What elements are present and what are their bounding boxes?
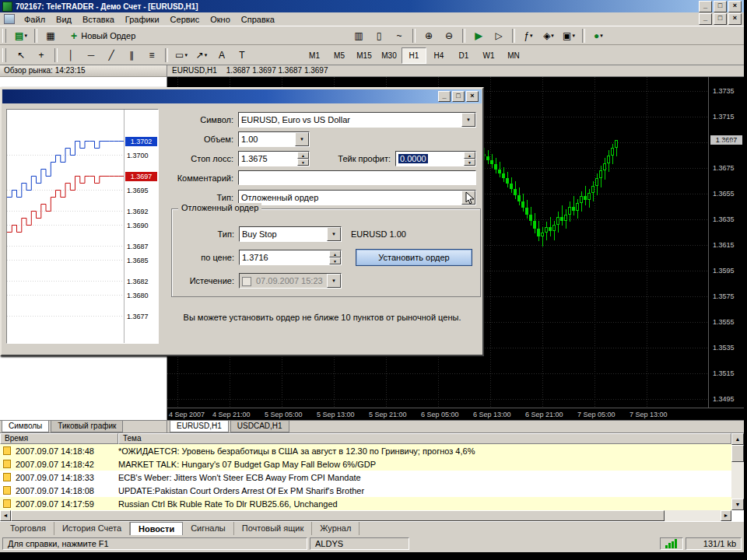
title-bar[interactable]: 702167: TeleTRADER - Демо Счет - [EURUSD… <box>0 0 744 12</box>
dropdown-arrow-icon[interactable]: ▾ <box>24 33 27 39</box>
scroll-left-icon[interactable]: ◄ <box>0 510 11 521</box>
scrollbar-thumb[interactable] <box>11 510 665 521</box>
expert-advisors-icon[interactable]: ●▾ <box>589 27 608 44</box>
price-axis[interactable]: 1.3697 1.37351.37151.36951.36751.36551.3… <box>708 77 744 408</box>
horizontal-scrollbar[interactable]: ◄ ► <box>0 510 731 521</box>
timeframe-d1[interactable]: D1 <box>451 47 476 64</box>
child-restore-button[interactable]: □ <box>714 13 727 25</box>
shapes-icon[interactable]: ▭▾ <box>172 47 191 64</box>
column-header-topic[interactable]: Тема <box>118 433 731 444</box>
menu-item-1[interactable]: Вид <box>51 13 77 26</box>
dropdown-arrow-icon[interactable]: ▼ <box>327 227 341 241</box>
dropdown-arrow-icon[interactable]: ▼ <box>461 113 475 127</box>
symbol-select[interactable]: EURUSD, Euro vs US Dollar ▼ <box>238 112 476 128</box>
spin-up-icon[interactable]: ▲ <box>464 152 475 159</box>
cursor-icon[interactable]: ↖ <box>12 47 30 64</box>
crosshair-icon[interactable]: + <box>32 47 51 64</box>
new-chart-icon[interactable]: ▤▾ <box>12 27 30 44</box>
market-watch-header[interactable]: Обзор рынка: 14:23:15 <box>0 65 167 77</box>
to olbar-grip[interactable] <box>2 29 6 43</box>
terminal-tab-3[interactable]: Сигналы <box>183 522 234 536</box>
timeframe-m30[interactable]: M30 <box>377 47 402 64</box>
menu-item-5[interactable]: Окно <box>205 13 236 26</box>
terminal-tab-2[interactable]: Новости <box>130 522 183 536</box>
timeframe-m1[interactable]: M1 <box>302 47 327 64</box>
market-watch-tab-1[interactable]: Тиковый график <box>51 421 123 432</box>
text-icon[interactable]: A <box>212 47 231 64</box>
spin-up-icon[interactable]: ▲ <box>329 250 341 257</box>
order-type-select[interactable]: Отложенный ордер ▼ <box>238 190 476 205</box>
dialog-title-bar[interactable]: _ □ × <box>2 89 482 103</box>
comment-input[interactable] <box>238 170 476 185</box>
dialog-minimize-button[interactable]: _ <box>438 91 451 102</box>
dropdown-arrow-icon[interactable]: ▾ <box>184 52 188 58</box>
zoom-in-icon[interactable]: ⊕ <box>419 27 438 44</box>
scroll-up-icon[interactable]: ▲ <box>731 433 744 445</box>
periods-icon[interactable]: ◈▾ <box>539 27 558 44</box>
close-button[interactable]: × <box>728 1 742 12</box>
menu-item-3[interactable]: Графики <box>120 13 165 26</box>
menu-item-4[interactable]: Сервис <box>165 13 205 26</box>
dropdown-arrow-icon[interactable]: ▼ <box>295 132 309 146</box>
chart-shift-icon[interactable]: ▷ <box>489 27 508 44</box>
timeframe-h4[interactable]: H4 <box>426 47 451 64</box>
minimize-button[interactable]: _ <box>699 1 712 12</box>
news-row[interactable]: 2007.09.07 14:18:33ECB's Weber: Jitters … <box>0 471 731 484</box>
spin-down-icon[interactable]: ▼ <box>464 159 475 166</box>
timeframe-w1[interactable]: W1 <box>476 47 501 64</box>
terminal-tab-1[interactable]: История Счета <box>54 522 130 536</box>
dropdown-arrow-icon[interactable]: ▾ <box>600 33 603 39</box>
chart-tab-1[interactable]: USDCAD,H1 <box>230 421 289 432</box>
indicators-icon[interactable]: ƒ▾ <box>519 27 538 44</box>
channel-icon[interactable]: ∥ <box>122 47 141 64</box>
text-label-icon[interactable]: T <box>233 47 251 64</box>
vertical-line-icon[interactable]: │ <box>61 47 80 64</box>
dialog-maximize-button[interactable]: □ <box>452 91 465 102</box>
new-order-button[interactable]: + Новый Ордер <box>64 28 142 44</box>
market-watch-tab-0[interactable]: Символы <box>2 421 49 432</box>
fibonacci-icon[interactable]: ≡ <box>142 47 161 64</box>
maximize-button[interactable]: □ <box>714 1 727 12</box>
vertical-scrollbar[interactable]: ▲ ▼ <box>731 433 744 510</box>
volume-select[interactable]: 1.00 ▼ <box>238 131 310 147</box>
spin-up-icon[interactable]: ▲ <box>297 152 309 159</box>
news-row[interactable]: 2007.09.07 14:18:42MARKET TALK: Hungary'… <box>0 457 731 471</box>
profiles-icon[interactable]: ▦ <box>41 27 60 44</box>
time-axis[interactable]: 4 Sep 20074 Sep 21:005 Sep 05:005 Sep 13… <box>167 408 744 420</box>
terminal-tab-4[interactable]: Почтовый ящик <box>234 522 312 536</box>
child-minimize-button[interactable]: _ <box>699 13 712 25</box>
timeframe-mn[interactable]: MN <box>501 47 526 64</box>
stoploss-input[interactable]: 1.3675 ▲ ▼ <box>238 151 310 166</box>
news-row[interactable]: 2007.09.07 14:18:48*ОЖИДАЕТСЯ: Уровень б… <box>0 444 731 457</box>
zoom-out-icon[interactable]: ⊖ <box>440 27 458 44</box>
spin-down-icon[interactable]: ▼ <box>297 159 309 166</box>
pending-type-select[interactable]: Buy Stop ▼ <box>239 226 342 242</box>
terminal-tab-5[interactable]: Журнал <box>312 522 359 536</box>
timeframe-h1[interactable]: H1 <box>402 47 426 64</box>
trendline-icon[interactable]: ╱ <box>102 47 121 64</box>
terminal-tab-0[interactable]: Торговля <box>2 522 54 536</box>
scroll-right-icon[interactable]: ► <box>721 510 731 521</box>
news-row[interactable]: 2007.09.07 14:18:08UPDATE:Pakistan Court… <box>0 484 731 497</box>
place-order-button[interactable]: Установить ордер <box>356 249 472 266</box>
arrows-icon[interactable]: ↗▾ <box>192 47 211 64</box>
horizontal-line-icon[interactable]: ─ <box>82 47 100 64</box>
child-close-button[interactable]: × <box>728 13 742 25</box>
menu-item-2[interactable]: Вставка <box>77 13 120 26</box>
spin-down-icon[interactable]: ▼ <box>329 257 341 264</box>
menu-item-6[interactable]: Справка <box>236 13 280 26</box>
line-chart-icon[interactable]: ~ <box>390 27 409 44</box>
dropdown-arrow-icon[interactable]: ▾ <box>205 52 208 58</box>
chart-tab-0[interactable]: EURUSD,H1 <box>170 421 229 432</box>
takeprofit-input[interactable]: 0.0000 ▲ ▼ <box>395 151 476 166</box>
news-row[interactable]: 2007.09.07 14:17:59Russian Ctrl Bk Ruble… <box>0 497 731 510</box>
scrollbar-thumb[interactable] <box>731 445 744 462</box>
templates-icon[interactable]: ▣▾ <box>559 27 578 44</box>
auto-scroll-icon[interactable]: ▶ <box>469 27 488 44</box>
bar-chart-icon[interactable]: ▥ <box>349 27 368 44</box>
pending-price-input[interactable]: 1.3716 ▲ ▼ <box>239 250 342 265</box>
dropdown-arrow-icon[interactable]: ▾ <box>551 33 554 39</box>
timeframe-m5[interactable]: M5 <box>327 47 352 64</box>
toolbar-grip[interactable] <box>2 48 6 62</box>
candlestick-chart-icon[interactable]: ▯ <box>370 27 388 44</box>
